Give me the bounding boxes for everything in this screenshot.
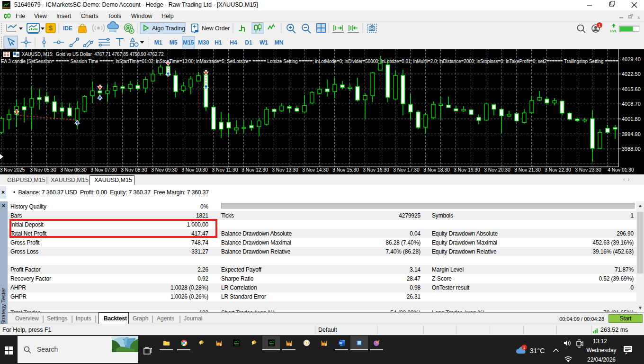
svg-text:3 Nov 19:30: 3 Nov 19:30 bbox=[454, 167, 480, 173]
svg-text:3 Nov 20:30: 3 Nov 20:30 bbox=[484, 167, 510, 173]
svg-text:4022.50: 4022.50 bbox=[622, 71, 641, 77]
svg-text:3 Nov 2025: 3 Nov 2025 bbox=[0, 167, 25, 173]
svg-text:MN: MN bbox=[275, 39, 284, 46]
svg-text:3994.90: 3994.90 bbox=[622, 131, 641, 137]
svg-text:4008.70: 4008.70 bbox=[622, 101, 641, 107]
svg-text:New Order: New Order bbox=[202, 25, 230, 32]
svg-text:4029.40: 4029.40 bbox=[622, 56, 641, 62]
svg-text:3 Nov 14:30: 3 Nov 14:30 bbox=[302, 167, 329, 173]
svg-text:3 Nov 11:30: 3 Nov 11:30 bbox=[212, 167, 238, 173]
svg-text:x: x bbox=[637, 14, 640, 20]
svg-text:3 Nov 21:30: 3 Nov 21:30 bbox=[514, 167, 541, 173]
svg-text:3 Nov 15:30: 3 Nov 15:30 bbox=[332, 167, 359, 173]
svg-text:Global: Global bbox=[234, 344, 238, 346]
svg-text:5: 5 bbox=[290, 343, 292, 346]
svg-text:Algo Trading: Algo Trading bbox=[152, 25, 185, 32]
svg-text:H4: H4 bbox=[230, 39, 237, 46]
svg-text:3 Nov 12:30: 3 Nov 12:30 bbox=[242, 167, 268, 173]
svg-text:5: 5 bbox=[305, 341, 307, 345]
svg-text:3988.00: 3988.00 bbox=[622, 146, 641, 152]
svg-text:4 Nov 01:30: 4 Nov 01:30 bbox=[608, 167, 634, 173]
svg-text:D1: D1 bbox=[245, 39, 252, 46]
svg-text:H1: H1 bbox=[215, 39, 222, 46]
svg-text:3 Nov 07:30: 3 Nov 07:30 bbox=[90, 167, 117, 173]
svg-text:3 Nov 09:30: 3 Nov 09:30 bbox=[151, 167, 178, 173]
svg-text:M15: M15 bbox=[183, 39, 194, 46]
svg-text:$: $ bbox=[49, 24, 53, 32]
svg-text:3 Nov 17:30: 3 Nov 17:30 bbox=[393, 167, 420, 173]
svg-text:4015.60: 4015.60 bbox=[622, 86, 641, 92]
svg-text:W1: W1 bbox=[259, 39, 268, 46]
svg-text:Global: Global bbox=[269, 344, 273, 346]
svg-text:M1: M1 bbox=[154, 39, 162, 46]
svg-text:3 Nov 18:30: 3 Nov 18:30 bbox=[423, 167, 450, 173]
svg-text:3 Nov 16:30: 3 Nov 16:30 bbox=[363, 167, 389, 173]
svg-text:Markets: Markets bbox=[2, 7, 10, 9]
svg-text:1: 1 bbox=[523, 346, 526, 350]
svg-text:3 Nov 23:30: 3 Nov 23:30 bbox=[575, 167, 601, 173]
svg-text:M5: M5 bbox=[170, 39, 178, 46]
svg-text:3 Nov 05:30: 3 Nov 05:30 bbox=[30, 167, 56, 173]
svg-text:3 Nov 22:30: 3 Nov 22:30 bbox=[545, 167, 571, 173]
svg-text:3 Nov 10:30: 3 Nov 10:30 bbox=[181, 167, 208, 173]
svg-text:4001.80: 4001.80 bbox=[622, 116, 641, 122]
svg-text:5: 5 bbox=[325, 343, 327, 346]
svg-text:IDE: IDE bbox=[63, 25, 72, 32]
svg-text:M30: M30 bbox=[198, 39, 209, 46]
svg-text:LVL: LVL bbox=[610, 29, 617, 33]
svg-text:3 Nov 13:30: 3 Nov 13:30 bbox=[272, 167, 298, 173]
svg-text:5: 5 bbox=[220, 343, 222, 346]
svg-text:1: 1 bbox=[598, 23, 600, 28]
svg-text:W: W bbox=[339, 342, 342, 345]
svg-text:3 Nov 08:30: 3 Nov 08:30 bbox=[121, 167, 147, 173]
svg-text:3 Nov 06:30: 3 Nov 06:30 bbox=[60, 167, 87, 173]
